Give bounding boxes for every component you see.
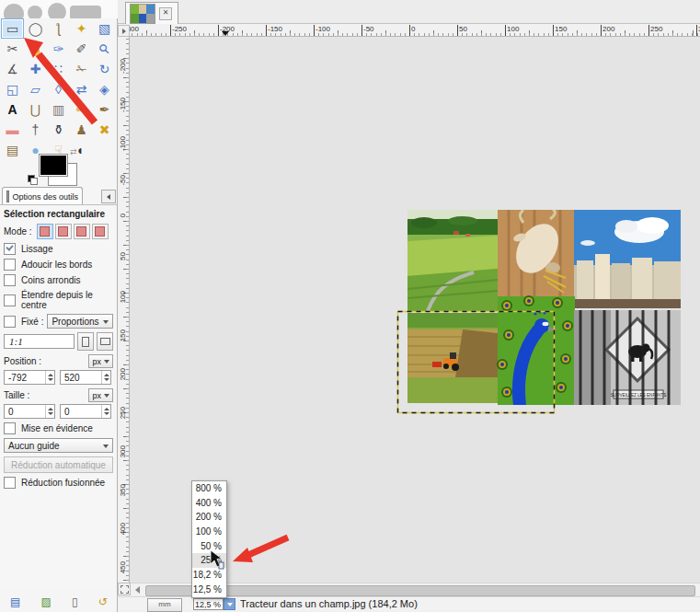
tool-fuzzy-select[interactable]: ✦ bbox=[70, 18, 93, 39]
tool-measure[interactable]: ∡ bbox=[1, 59, 24, 79]
tool-zoom[interactable]: ⚲ bbox=[93, 39, 116, 59]
checkbox-0[interactable] bbox=[4, 243, 16, 255]
document-tab[interactable]: ✕ bbox=[125, 2, 178, 24]
zoom-menu-item-100[interactable]: 100 % bbox=[192, 525, 226, 539]
auto-shrink-row: Réduction automatique bbox=[4, 456, 113, 473]
vruler-label-0: 0 bbox=[118, 214, 129, 217]
aspect-ratio-input[interactable]: 1:1 bbox=[4, 334, 75, 349]
reset-options-icon[interactable]: ↺ bbox=[98, 596, 108, 607]
fixed-checkbox[interactable] bbox=[4, 316, 16, 328]
position-unit-button[interactable]: px bbox=[88, 354, 113, 368]
tool-perspective[interactable]: ◊ bbox=[47, 79, 70, 99]
restore-preset-icon[interactable]: ▨ bbox=[41, 596, 52, 607]
zoom-menu-item-200[interactable]: 200 % bbox=[192, 510, 226, 525]
unit-menu-button[interactable]: mm bbox=[147, 598, 182, 612]
size-y-spinner[interactable]: 0 bbox=[60, 404, 111, 419]
foreground-color-swatch[interactable] bbox=[39, 154, 68, 177]
hruler-label-300: 300 bbox=[696, 25, 700, 36]
tool-perspective-clone[interactable]: ▤ bbox=[1, 140, 24, 160]
tool-bucket-fill[interactable]: ⋃ bbox=[24, 99, 47, 120]
mode-replace-button[interactable] bbox=[37, 224, 53, 239]
horizontal-ruler[interactable]: -300-250-200-150-100-5005010015020025030… bbox=[130, 25, 700, 37]
default-colors-icon[interactable] bbox=[28, 175, 37, 184]
position-unit-value: px bbox=[92, 357, 101, 366]
dock-menu-button[interactable] bbox=[101, 190, 116, 203]
ruler-corner-menu-button[interactable] bbox=[118, 25, 130, 37]
zoom-dropdown-icon[interactable] bbox=[224, 598, 235, 610]
tool-free-select[interactable]: ƪ bbox=[47, 18, 70, 39]
tool-paintbrush[interactable]: ✒ bbox=[93, 99, 116, 120]
mode-add-button[interactable] bbox=[55, 224, 72, 239]
tool-paths[interactable]: ✑ bbox=[47, 39, 70, 59]
guide-select[interactable]: Aucun guide bbox=[4, 438, 113, 453]
tool-scale[interactable]: ◱ bbox=[1, 79, 24, 99]
position-x-value: -792 bbox=[5, 373, 45, 383]
scale-icon: ◱ bbox=[6, 83, 18, 96]
zoom-menu-item-25[interactable]: 25 % bbox=[192, 553, 226, 568]
shrink-merged-checkbox[interactable] bbox=[4, 477, 16, 489]
checkbox-3[interactable] bbox=[4, 294, 16, 306]
size-x-spinner[interactable]: 0 bbox=[4, 404, 55, 419]
tool-align[interactable]: ∷ bbox=[47, 59, 70, 79]
heal-icon: ✖ bbox=[99, 123, 110, 136]
measure-icon: ∡ bbox=[6, 63, 18, 75]
tool-move[interactable]: ✚ bbox=[24, 59, 47, 79]
swap-colors-icon[interactable]: ⇄ bbox=[70, 147, 77, 156]
eraser-icon: ▬ bbox=[6, 123, 19, 136]
mode-add-icon bbox=[58, 226, 68, 237]
checkbox-1[interactable] bbox=[4, 259, 16, 271]
scrollbar-thumb[interactable] bbox=[145, 585, 695, 596]
tool-heal[interactable]: ✖ bbox=[93, 120, 116, 140]
tool-cage-transform[interactable]: ◈ bbox=[93, 79, 116, 99]
tool-color-picker[interactable]: ✐ bbox=[70, 39, 93, 59]
landscape-button[interactable] bbox=[97, 332, 113, 351]
zoom-level-input[interactable]: 12,5 % bbox=[193, 598, 224, 610]
checkbox-2[interactable] bbox=[4, 274, 16, 286]
highlight-row: Mise en évidence bbox=[4, 422, 113, 434]
tool-eraser[interactable]: ▬ bbox=[1, 120, 24, 140]
position-y-spinner[interactable]: 520 bbox=[60, 370, 111, 385]
tool-crop[interactable]: ✁ bbox=[70, 59, 93, 79]
zoom-menu-item-18,2[interactable]: 18,2 % bbox=[192, 568, 226, 583]
tool-grid: ▭◯ƪ✦▧✂☝✑✐⚲∡✚∷✁↻◱▱◊⇄◈A⋃▥✏✒▬†⚱♟✖▤●☟◐ bbox=[1, 18, 117, 160]
tool-blend[interactable]: ▥ bbox=[47, 99, 70, 120]
position-x-spinner[interactable]: -792 bbox=[4, 370, 55, 385]
tool-text[interactable]: A bbox=[1, 99, 24, 120]
portrait-button[interactable] bbox=[77, 332, 94, 351]
tool-ink[interactable]: ⚱ bbox=[47, 120, 70, 140]
zoom-menu-item-800[interactable]: 800 % bbox=[192, 481, 226, 496]
tool-pencil[interactable]: ✏ bbox=[70, 99, 93, 120]
tool-airbrush[interactable]: † bbox=[24, 120, 47, 140]
vruler-label-50: 50 bbox=[118, 252, 129, 260]
size-unit-button[interactable]: px bbox=[88, 388, 113, 402]
tool-flip[interactable]: ⇄ bbox=[70, 79, 93, 99]
tool-shear[interactable]: ▱ bbox=[24, 79, 47, 99]
quick-mask-button[interactable] bbox=[118, 583, 131, 595]
vertical-ruler[interactable]: -200-150-100-500501001502002503003504004… bbox=[118, 37, 130, 583]
zoom-menu-item-12,5[interactable]: 12,5 % bbox=[192, 583, 226, 597]
save-preset-icon[interactable]: ▤ bbox=[10, 596, 20, 607]
option-row-0: Lissage bbox=[4, 243, 113, 255]
tool-foreground-select[interactable]: ☝ bbox=[24, 39, 47, 59]
tool-rotate[interactable]: ↻ bbox=[93, 59, 116, 79]
tool-scissors-select[interactable]: ✂ bbox=[1, 39, 24, 59]
fg-bg-color-selector[interactable]: ⇄ bbox=[33, 151, 85, 186]
guide-row: Aucun guide bbox=[4, 438, 113, 453]
tool-rectangle-select[interactable]: ▭ bbox=[1, 18, 24, 39]
zoom-menu-item-400[interactable]: 400 % bbox=[192, 496, 226, 511]
fixed-select[interactable]: Proportions bbox=[47, 314, 113, 329]
tool-clone[interactable]: ♟ bbox=[70, 120, 93, 140]
tab-tool-options[interactable]: Options des outils bbox=[2, 187, 83, 205]
mode-row: Mode : bbox=[4, 224, 113, 239]
fixed-select-value: Proportions bbox=[52, 317, 98, 327]
tool-select-by-color[interactable]: ▧ bbox=[93, 18, 116, 39]
close-tab-icon[interactable]: ✕ bbox=[159, 7, 172, 20]
delete-preset-icon[interactable]: ▯ bbox=[72, 596, 78, 607]
mode-subtract-button[interactable] bbox=[74, 224, 90, 239]
tool-ellipse-select[interactable]: ◯ bbox=[24, 18, 47, 39]
scroll-left-icon[interactable] bbox=[131, 583, 143, 595]
zoom-menu-item-50[interactable]: 50 % bbox=[192, 539, 226, 554]
mode-intersect-button[interactable] bbox=[92, 224, 109, 239]
highlight-checkbox[interactable] bbox=[4, 422, 16, 434]
auto-shrink-button[interactable]: Réduction automatique bbox=[4, 456, 113, 473]
